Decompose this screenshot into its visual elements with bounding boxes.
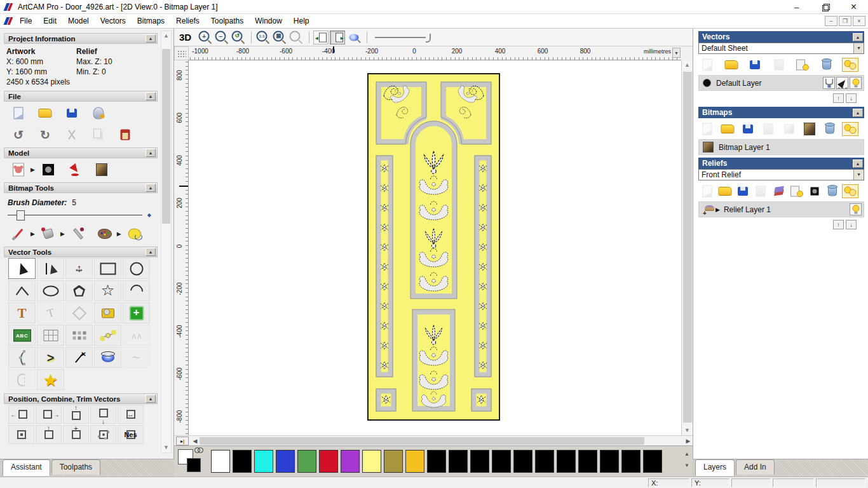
center-horizontal-icon[interactable]	[118, 405, 144, 424]
r-save-icon[interactable]	[735, 185, 750, 198]
mona-icon[interactable]	[92, 161, 111, 178]
tab-layers[interactable]: Layers	[695, 459, 735, 476]
align-left-icon[interactable]	[8, 405, 34, 424]
r-new-icon[interactable]	[700, 185, 715, 198]
color-swatch[interactable]	[211, 450, 230, 473]
r-new-icon[interactable]	[700, 58, 715, 71]
menu-item[interactable]: Window	[249, 15, 288, 27]
teddy-light-icon[interactable]	[9, 161, 28, 178]
relief-layer-row[interactable]: ▶ Relief Layer 1	[698, 201, 864, 217]
r-bulbs-icon[interactable]	[843, 185, 858, 198]
transform-icon[interactable]	[65, 258, 93, 279]
minimize-button[interactable]: –	[782, 0, 811, 14]
align-top-icon[interactable]	[63, 405, 89, 424]
palette-scroll-up[interactable]: ▲	[682, 449, 691, 460]
scroll-down-button[interactable]: ▼	[161, 443, 171, 452]
teddy-dark-icon[interactable]	[39, 161, 58, 178]
color-swatch[interactable]	[362, 450, 381, 473]
arc-icon[interactable]	[123, 280, 150, 301]
move-layer-up-button[interactable]: ↑	[833, 220, 844, 229]
distort-icon[interactable]	[37, 325, 64, 346]
save-icon[interactable]	[62, 105, 81, 121]
polygon-icon[interactable]	[65, 280, 93, 301]
panel-toggle-button[interactable]: ▸|	[176, 437, 189, 445]
r-open-icon[interactable]	[720, 123, 735, 135]
zoom-fit-icon[interactable]	[272, 30, 287, 44]
scrollbar-thumb[interactable]	[162, 49, 170, 224]
view-3d-button[interactable]: 3D	[179, 32, 191, 43]
picker-icon[interactable]	[69, 226, 88, 242]
layer-snap-button[interactable]	[823, 77, 835, 89]
zoom-previous-icon[interactable]	[231, 30, 246, 44]
node-edit-icon[interactable]	[37, 258, 64, 279]
star-icon[interactable]	[94, 280, 121, 301]
brush-icon[interactable]	[9, 226, 28, 242]
color-swatch[interactable]	[578, 450, 597, 473]
collapse-button[interactable]: ▲	[853, 159, 863, 168]
r-newbulb-icon[interactable]	[789, 185, 804, 198]
color-swatch[interactable]	[600, 450, 619, 473]
r-merge-icon[interactable]	[753, 185, 768, 198]
r-new-icon[interactable]	[700, 123, 715, 135]
zoom-object-icon[interactable]	[288, 30, 304, 44]
collapse-button[interactable]: ▲	[853, 33, 863, 41]
layer-visibility-button[interactable]	[850, 77, 862, 89]
tab-toolpaths[interactable]: Toolpaths	[51, 459, 100, 475]
layer-edit-button[interactable]	[836, 77, 848, 89]
lamp-icon[interactable]	[65, 161, 85, 178]
tab-add-in[interactable]: Add In	[736, 459, 775, 475]
brush-diameter-slider[interactable]: ◆	[8, 210, 151, 221]
menu-item[interactable]: Help	[288, 15, 315, 27]
text-wrap-icon[interactable]	[37, 302, 64, 323]
secondary-colour-swatch[interactable]	[187, 458, 201, 472]
r-image-icon[interactable]	[802, 123, 817, 135]
collapse-button[interactable]: ▲	[853, 109, 863, 117]
r-bulbs-icon[interactable]	[843, 58, 858, 71]
r-merge-icon[interactable]	[761, 123, 776, 135]
trim-icon[interactable]	[65, 347, 93, 368]
mirror-merge-icon[interactable]	[8, 369, 36, 390]
menu-item[interactable]: Toolpaths	[205, 15, 249, 27]
move-layer-down-button[interactable]: ↓	[846, 93, 857, 103]
flyout-arrow-icon[interactable]: ▶	[31, 166, 35, 173]
copy-icon[interactable]	[89, 126, 108, 143]
r-stamp-icon[interactable]	[807, 185, 822, 198]
color-swatch[interactable]	[449, 450, 468, 473]
text-panel-icon[interactable]	[8, 325, 36, 346]
bucket-icon[interactable]	[39, 226, 58, 242]
menu-item[interactable]: Reliefs	[170, 15, 205, 27]
collapse-button[interactable]: ▲	[146, 184, 156, 192]
r-save-icon[interactable]	[747, 58, 763, 71]
block-copy-icon[interactable]	[65, 325, 93, 346]
nudge-icon[interactable]	[94, 325, 121, 346]
scroll-up-button[interactable]: ▲	[161, 31, 171, 41]
menu-item[interactable]: Bitmaps	[132, 15, 170, 27]
slider-thumb[interactable]	[17, 210, 25, 220]
centre-a-icon[interactable]	[8, 425, 34, 444]
canvas-horizontal-scrollbar[interactable]: ▸| ◀ ▶	[174, 435, 693, 445]
assistant-scrollbar[interactable]: ▲ ▼	[161, 30, 172, 453]
scroll-left-button[interactable]: ◀	[191, 437, 200, 445]
scroll-down-button[interactable]: ▼	[682, 426, 692, 435]
mdi-minimize-button[interactable]: –	[825, 16, 837, 26]
move-layer-down-button[interactable]: ↓	[846, 220, 857, 229]
color-swatch[interactable]	[254, 450, 273, 473]
paste-special-icon[interactable]	[123, 302, 150, 323]
scrollbar-thumb[interactable]	[200, 437, 644, 445]
spin-icon[interactable]	[94, 347, 121, 368]
move-layer-up-button[interactable]: ↑	[833, 93, 844, 103]
collapse-button[interactable]: ▲	[146, 248, 156, 256]
color-swatch[interactable]	[427, 450, 446, 473]
ellipse-icon[interactable]	[37, 280, 64, 301]
menu-item[interactable]: Vectors	[95, 15, 132, 27]
r-merge-icon[interactable]	[771, 58, 787, 71]
mdi-close-button[interactable]: ×	[853, 16, 865, 26]
r-open-icon[interactable]	[724, 58, 739, 71]
undo-icon[interactable]	[9, 126, 28, 143]
color-swatch[interactable]	[319, 450, 338, 473]
scroll-up-button[interactable]: ▲	[682, 60, 692, 70]
palette-icon[interactable]	[95, 226, 114, 242]
text-icon[interactable]	[8, 302, 36, 323]
color-swatch[interactable]	[405, 450, 424, 473]
palette-scroll-down[interactable]: ▼	[682, 460, 691, 471]
